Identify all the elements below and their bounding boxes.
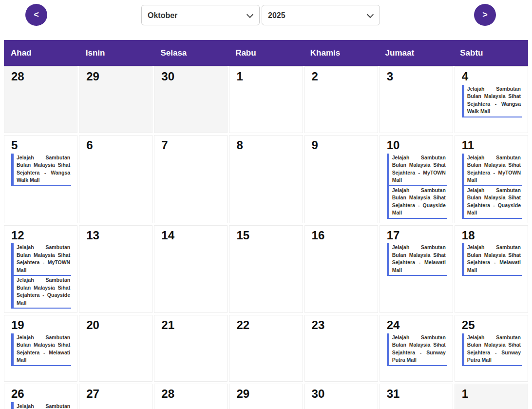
day-number: 6 <box>86 138 146 152</box>
day-number: 7 <box>161 138 221 152</box>
day-number: 20 <box>86 318 146 332</box>
day-number: 22 <box>236 318 296 332</box>
day-number: 16 <box>312 229 372 242</box>
day-number: 13 <box>86 229 146 242</box>
day-number: 30 <box>312 387 372 401</box>
day-cell: 2 <box>304 66 378 133</box>
day-header-jumaat: Jumaat <box>379 48 454 58</box>
calendar-event[interactable]: Jelajah Sambutan Bulan Malaysia Sihat Se… <box>11 333 71 366</box>
day-number: 3 <box>387 70 447 83</box>
day-cell: 9 <box>304 135 378 223</box>
day-number: 4 <box>462 70 522 83</box>
day-cell: 16 <box>304 225 378 313</box>
day-number: 29 <box>86 70 146 83</box>
day-cell: 6 <box>79 135 152 223</box>
next-month-button[interactable]: > <box>474 4 496 26</box>
day-cell: 1 <box>229 66 303 133</box>
chevron-right-icon: > <box>482 10 488 19</box>
month-select-wrap: Oktober <box>141 5 260 25</box>
day-cell: 10Jelajah Sambutan Bulan Malaysia Sihat … <box>380 135 453 223</box>
day-number: 10 <box>387 138 447 152</box>
day-cell: 15 <box>229 225 303 313</box>
day-cell: 25Jelajah Sambutan Bulan Malaysia Sihat … <box>455 315 528 382</box>
day-number: 1 <box>462 387 522 401</box>
calendar-event[interactable]: Jelajah Sambutan Bulan Malaysia Sihat Se… <box>11 402 71 409</box>
calendar-event[interactable]: Jelajah Sambutan Bulan Malaysia Sihat Se… <box>387 243 447 276</box>
day-cell: 7 <box>154 135 228 223</box>
day-number: 31 <box>387 387 447 401</box>
calendar-event[interactable]: Jelajah Sambutan Bulan Malaysia Sihat Se… <box>462 186 522 219</box>
day-cell: 24Jelajah Sambutan Bulan Malaysia Sihat … <box>380 315 453 382</box>
day-cell: 29 <box>229 384 303 409</box>
calendar-grid: 2829301234Jelajah Sambutan Bulan Malaysi… <box>4 66 528 409</box>
calendar-event[interactable]: Jelajah Sambutan Bulan Malaysia Sihat Se… <box>387 333 447 366</box>
day-number: 12 <box>11 229 71 242</box>
day-header-ahad: Ahad <box>4 48 79 58</box>
day-number: 24 <box>387 318 447 332</box>
day-number: 23 <box>312 318 372 332</box>
calendar-toolbar: < Oktober 2025 > <box>0 0 532 40</box>
day-cell: 18Jelajah Sambutan Bulan Malaysia Sihat … <box>455 225 528 313</box>
calendar-event[interactable]: Jelajah Sambutan Bulan Malaysia Sihat Se… <box>11 276 71 309</box>
day-cell: 3 <box>380 66 453 133</box>
calendar-event[interactable]: Jelajah Sambutan Bulan Malaysia Sihat Se… <box>387 154 447 186</box>
day-number: 29 <box>236 387 296 401</box>
day-cell: 28 <box>4 66 77 133</box>
day-number: 28 <box>11 70 71 83</box>
month-select[interactable]: Oktober <box>141 5 260 25</box>
calendar-event[interactable]: Jelajah Sambutan Bulan Malaysia Sihat Se… <box>462 85 522 117</box>
day-number: 15 <box>236 229 296 242</box>
prev-month-button[interactable]: < <box>25 4 47 26</box>
day-cell: 26Jelajah Sambutan Bulan Malaysia Sihat … <box>4 384 77 409</box>
day-number: 26 <box>11 387 71 401</box>
calendar-event[interactable]: Jelajah Sambutan Bulan Malaysia Sihat Se… <box>462 243 522 276</box>
day-cell: 28 <box>154 384 228 409</box>
day-number: 21 <box>161 318 221 332</box>
calendar-event[interactable]: Jelajah Sambutan Bulan Malaysia Sihat Se… <box>462 333 522 366</box>
chevron-left-icon: < <box>34 10 39 19</box>
day-number: 14 <box>161 229 221 242</box>
day-number: 25 <box>462 318 522 332</box>
calendar: AhadIsninSelasaRabuKhamisJumaatSabtu 282… <box>4 40 528 409</box>
day-cell: 17Jelajah Sambutan Bulan Malaysia Sihat … <box>380 225 453 313</box>
day-cell: 31 <box>380 384 453 409</box>
day-header-selasa: Selasa <box>153 48 228 58</box>
day-cell: 29 <box>79 66 152 133</box>
day-cell: 12Jelajah Sambutan Bulan Malaysia Sihat … <box>4 225 77 313</box>
day-number: 19 <box>11 318 71 332</box>
day-header-isnin: Isnin <box>79 48 154 58</box>
day-number: 9 <box>312 138 372 152</box>
day-header-rabu: Rabu <box>228 48 304 58</box>
day-number: 17 <box>387 229 447 242</box>
day-cell: 21 <box>154 315 228 382</box>
day-number: 30 <box>161 70 221 83</box>
day-cell: 1 <box>455 384 528 409</box>
calendar-event[interactable]: Jelajah Sambutan Bulan Malaysia Sihat Se… <box>11 243 71 276</box>
calendar-event[interactable]: Jelajah Sambutan Bulan Malaysia Sihat Se… <box>387 186 447 219</box>
day-cell: 30 <box>154 66 228 133</box>
year-select[interactable]: 2025 <box>262 5 380 25</box>
day-number: 5 <box>11 138 71 152</box>
year-select-wrap: 2025 <box>262 5 380 25</box>
day-number: 1 <box>236 70 296 83</box>
day-header-khamis: Khamis <box>304 48 379 58</box>
day-cell: 13 <box>79 225 152 313</box>
day-number: 28 <box>161 387 221 401</box>
day-cell: 22 <box>229 315 303 382</box>
day-cell: 5Jelajah Sambutan Bulan Malaysia Sihat S… <box>4 135 77 223</box>
day-cell: 8 <box>229 135 303 223</box>
day-number: 2 <box>312 70 372 83</box>
day-cell: 4Jelajah Sambutan Bulan Malaysia Sihat S… <box>455 66 528 133</box>
calendar-event[interactable]: Jelajah Sambutan Bulan Malaysia Sihat Se… <box>462 154 522 186</box>
day-cell: 19Jelajah Sambutan Bulan Malaysia Sihat … <box>4 315 77 382</box>
day-cell: 11Jelajah Sambutan Bulan Malaysia Sihat … <box>455 135 528 223</box>
day-number: 27 <box>86 387 146 401</box>
day-header-row: AhadIsninSelasaRabuKhamisJumaatSabtu <box>4 40 528 66</box>
calendar-event[interactable]: Jelajah Sambutan Bulan Malaysia Sihat Se… <box>11 154 71 186</box>
day-cell: 30 <box>304 384 378 409</box>
day-cell: 20 <box>79 315 152 382</box>
month-year-selectors: Oktober 2025 <box>141 5 380 25</box>
day-cell: 23 <box>304 315 378 382</box>
day-header-sabtu: Sabtu <box>453 48 528 58</box>
day-number: 18 <box>462 229 522 242</box>
